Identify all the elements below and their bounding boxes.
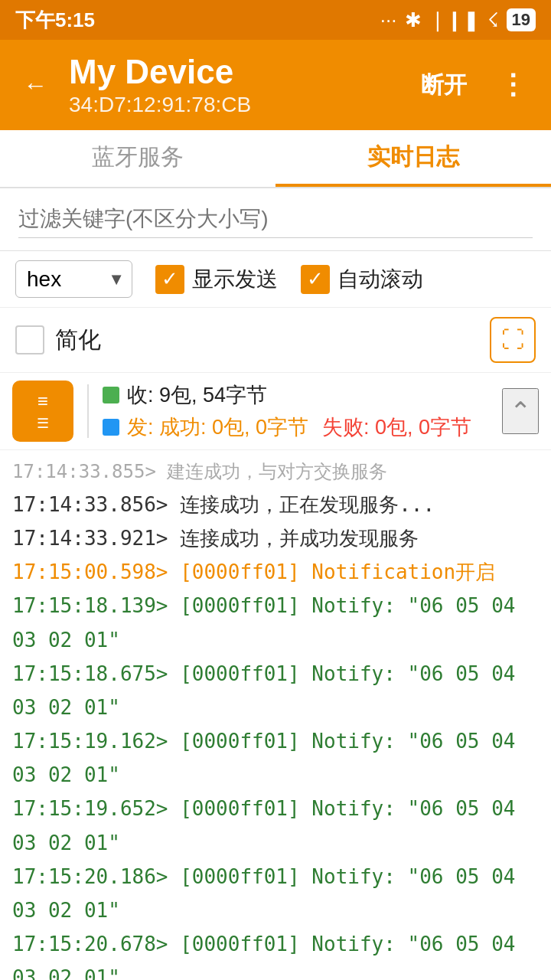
log-line: 17:15:00.598> [0000ff01] Notification开启 (12, 555, 539, 589)
stats-text: 收: 9包, 54字节 发: 成功: 0包, 0字节 失败: 0包, 0字节 (103, 381, 493, 441)
simplify-row: 简化 ⛶ (0, 308, 551, 373)
tab-realtime-log[interactable]: 实时日志 (276, 130, 551, 187)
log-line: 17:14:33.921> 连接成功，并成功发现服务 (12, 521, 539, 555)
log-format-select[interactable]: hex string decimal (15, 260, 132, 298)
bluetooth-icon: ✱ (405, 8, 422, 32)
filter-section (0, 188, 551, 251)
show-send-checkbox[interactable]: ✓ (155, 265, 184, 294)
fullscreen-icon: ⛶ (501, 327, 524, 353)
log-line: 17:15:18.139> [0000ff01] Notify: "06 05 … (12, 589, 539, 656)
rx-indicator (103, 387, 119, 403)
stats-panel: ≡ ☰ 收: 9包, 54字节 发: 成功: 0包, 0字节 失败: 0包, 0… (0, 373, 551, 450)
rx-text: 收: 9包, 54字节 (127, 381, 267, 409)
tx-fail-text: 失败: 0包, 0字节 (322, 413, 471, 441)
more-options-button[interactable]: ⋮ (490, 64, 537, 106)
log-line: 17:14:33.855> 建连成功，与对方交换服务 (12, 456, 539, 488)
log-line: 17:15:20.678> [0000ff01] Notify: "06 05 … (12, 927, 539, 980)
collapse-button[interactable]: ⌃ (502, 388, 539, 434)
signal-bars-icon: ❘❙❚ (429, 8, 480, 32)
tab-bar: 蓝牙服务 实时日志 (0, 130, 551, 188)
log-area: 17:14:33.855> 建连成功，与对方交换服务 17:14:33.856>… (0, 450, 551, 980)
fullscreen-button[interactable]: ⛶ (490, 317, 536, 363)
signal-dots-icon: ··· (380, 8, 397, 32)
log-line: 17:15:18.675> [0000ff01] Notify: "06 05 … (12, 657, 539, 724)
log-format-select-wrapper: hex string decimal ▼ (15, 260, 132, 298)
wifi-icon: ☇ (487, 8, 499, 32)
tx-indicator (103, 419, 119, 436)
back-button[interactable]: ← (14, 67, 57, 104)
device-address: 34:D7:12:91:78:CB (69, 93, 399, 117)
simplify-checkbox[interactable] (15, 325, 44, 354)
auto-scroll-checkbox[interactable]: ✓ (301, 265, 330, 294)
log-line: 17:14:33.856> 连接成功，正在发现服务... (12, 488, 539, 521)
tab-bluetooth-service[interactable]: 蓝牙服务 (0, 130, 276, 187)
filter-input[interactable] (18, 201, 533, 238)
tx-success-text: 发: 成功: 0包, 0字节 (127, 413, 308, 441)
disconnect-button[interactable]: 断开 (412, 65, 476, 106)
stats-tx: 发: 成功: 0包, 0字节 失败: 0包, 0字节 (103, 413, 493, 441)
stats-divider (87, 384, 89, 438)
toolbar: ← My Device 34:D7:12:91:78:CB 断开 ⋮ (0, 40, 551, 130)
status-icons: ··· ✱ ❘❙❚ ☇ 19 (380, 8, 536, 32)
auto-scroll-label[interactable]: ✓ 自动滚动 (301, 265, 423, 294)
log-line: 17:15:19.652> [0000ff01] Notify: "06 05 … (12, 792, 539, 859)
stats-icon: ≡ ☰ (12, 381, 73, 442)
status-bar: 下午5:15 ··· ✱ ❘❙❚ ☇ 19 (0, 0, 551, 40)
device-name: My Device (69, 53, 399, 91)
show-send-label[interactable]: ✓ 显示发送 (155, 265, 278, 294)
device-info: My Device 34:D7:12:91:78:CB (69, 53, 399, 117)
log-line: 17:15:20.186> [0000ff01] Notify: "06 05 … (12, 860, 539, 927)
status-time: 下午5:15 (15, 7, 95, 34)
stats-rx: 收: 9包, 54字节 (103, 381, 493, 409)
controls-row: hex string decimal ▼ ✓ 显示发送 ✓ 自动滚动 (0, 251, 551, 308)
simplify-label: 简化 (55, 325, 101, 356)
simplify-left: 简化 (15, 325, 101, 356)
toolbar-actions: 断开 ⋮ (412, 64, 537, 106)
battery-indicator: 19 (507, 8, 536, 31)
log-line: 17:15:19.162> [0000ff01] Notify: "06 05 … (12, 724, 539, 792)
